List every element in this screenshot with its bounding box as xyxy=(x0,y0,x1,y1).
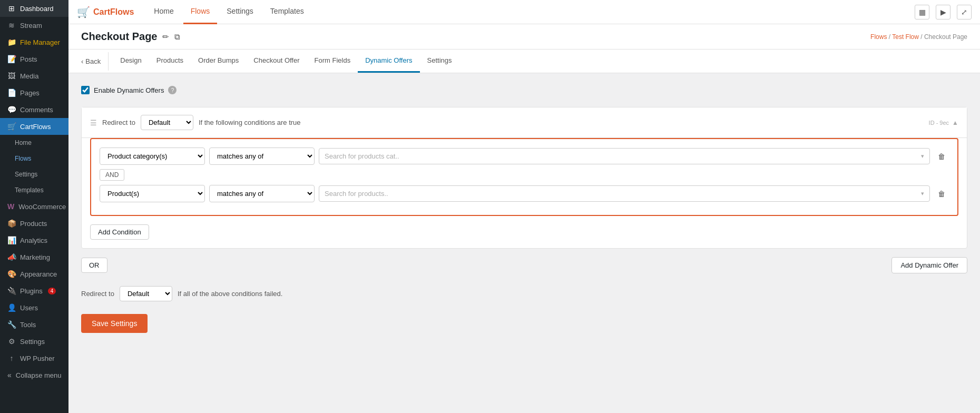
rule-field-select-2[interactable]: Product(s) xyxy=(100,185,205,202)
sidebar-item-label: Settings xyxy=(20,338,45,346)
delete-rule-1-button[interactable]: 🗑 xyxy=(934,149,949,164)
cf-logo-icon: 🛒 xyxy=(77,6,90,18)
main-area: 🛒 CartFlows Home Flows Settings Template… xyxy=(68,0,980,413)
rule-row-1: Product category(s) matches any of Searc… xyxy=(100,148,949,165)
sidebar-item-wp-pusher[interactable]: ↑ WP Pusher xyxy=(0,350,68,367)
breadcrumb-sep2: / xyxy=(919,33,924,41)
analytics-icon: 📊 xyxy=(7,236,16,244)
sidebar-item-plugins[interactable]: 🔌 Plugins 4 xyxy=(0,282,68,299)
enable-row: Enable Dynamic Offers ? xyxy=(81,86,967,94)
page-header: Checkout Page ✏ ⧉ Flows / Test Flow / Ch… xyxy=(68,24,980,50)
collapse-button[interactable]: ▲ xyxy=(952,119,958,126)
plugins-icon: 🔌 xyxy=(7,287,16,295)
sidebar-item-label: Settings xyxy=(15,171,37,178)
sidebar-item-settings-wp[interactable]: ⚙ Settings xyxy=(0,333,68,350)
sidebar-item-label: WP Pusher xyxy=(20,355,55,362)
help-icon[interactable]: ? xyxy=(168,86,177,94)
sidebar-item-home[interactable]: Home xyxy=(0,135,68,151)
breadcrumb-test-flow[interactable]: Test Flow xyxy=(892,33,919,41)
expand-icon-btn[interactable]: ⤢ xyxy=(957,5,972,19)
breadcrumb-flows[interactable]: Flows xyxy=(870,33,887,41)
id-text: ID - 9ec xyxy=(929,120,949,126)
sidebar-item-label: Home xyxy=(15,139,32,146)
delete-rule-2-button[interactable]: 🗑 xyxy=(934,186,949,201)
tab-order-bumps[interactable]: Order Bumps xyxy=(191,50,246,73)
sidebar-item-label: Marketing xyxy=(20,253,50,261)
chevron-down-icon-1: ▾ xyxy=(921,153,924,160)
tab-dynamic-offers[interactable]: Dynamic Offers xyxy=(358,50,419,73)
sidebar-item-analytics[interactable]: 📊 Analytics xyxy=(0,232,68,249)
back-label: Back xyxy=(85,57,101,65)
collapse-icon: « xyxy=(7,371,12,379)
sidebar-item-label: Collapse menu xyxy=(16,371,62,379)
pages-icon: 📄 xyxy=(7,88,16,97)
grid-icon-btn[interactable]: ▦ xyxy=(915,5,929,19)
tab-products[interactable]: Products xyxy=(149,50,191,73)
enable-checkbox[interactable] xyxy=(81,86,90,94)
tab-settings[interactable]: Settings xyxy=(420,50,459,73)
sidebar-item-stream[interactable]: ≋ Stream xyxy=(0,17,68,34)
media-icon: 🖼 xyxy=(7,72,16,80)
rule-operator-select-2[interactable]: matches any of xyxy=(209,185,315,202)
cf-nav-icons: ▦ ▶ ⤢ xyxy=(915,5,972,19)
sidebar-item-appearance[interactable]: 🎨 Appearance xyxy=(0,266,68,282)
external-link-icon[interactable]: ⧉ xyxy=(174,32,180,42)
wp-sidebar: ⊞ Dashboard ≋ Stream 📁 File Manager 📝 Po… xyxy=(0,0,68,413)
sidebar-item-tools[interactable]: 🔧 Tools xyxy=(0,316,68,333)
sidebar-item-media[interactable]: 🖼 Media xyxy=(0,67,68,84)
sidebar-item-templates[interactable]: Templates xyxy=(0,182,68,198)
cf-nav-home[interactable]: Home xyxy=(146,0,181,24)
fallback-select[interactable]: Default xyxy=(120,286,172,301)
tools-icon: 🔧 xyxy=(7,320,16,329)
edit-icon[interactable]: ✏ xyxy=(162,32,169,42)
or-row: OR Add Dynamic Offer xyxy=(81,257,967,273)
condition-rules-box: Product category(s) matches any of Searc… xyxy=(90,138,958,216)
conditions-label: If the following conditions are true xyxy=(199,119,301,126)
sidebar-item-settings-cf[interactable]: Settings xyxy=(0,166,68,182)
sidebar-item-flows[interactable]: Flows xyxy=(0,151,68,166)
enable-label[interactable]: Enable Dynamic Offers xyxy=(94,86,164,94)
settings-icon: ⚙ xyxy=(7,337,16,346)
sidebar-item-posts[interactable]: 📝 Posts xyxy=(0,51,68,67)
cf-nav-flows[interactable]: Flows xyxy=(183,0,218,24)
redirect-select[interactable]: Default xyxy=(141,115,193,130)
posts-icon: 📝 xyxy=(7,55,16,63)
tab-design[interactable]: Design xyxy=(113,50,149,73)
sidebar-item-label: Posts xyxy=(20,55,37,63)
tab-checkout-offer[interactable]: Checkout Offer xyxy=(246,50,307,73)
rule-field-select-1[interactable]: Product category(s) xyxy=(100,148,205,165)
video-icon-btn[interactable]: ▶ xyxy=(936,5,950,19)
or-button[interactable]: OR xyxy=(81,258,107,273)
sidebar-item-products[interactable]: 📦 Products xyxy=(0,215,68,232)
sidebar-item-users[interactable]: 👤 Users xyxy=(0,299,68,316)
cf-nav-templates[interactable]: Templates xyxy=(263,0,311,24)
sidebar-item-file-manager[interactable]: 📁 File Manager xyxy=(0,34,68,51)
sidebar-item-woocommerce[interactable]: W WooCommerce xyxy=(0,198,68,215)
drag-handle-icon[interactable]: ☰ xyxy=(90,119,97,127)
sidebar-item-label: Tools xyxy=(20,321,36,329)
add-condition-button[interactable]: Add Condition xyxy=(90,224,149,240)
rule-search-1[interactable]: Search for products cat.. ▾ xyxy=(319,148,930,164)
tab-form-fields[interactable]: Form Fields xyxy=(307,50,358,73)
rule-operator-select-1[interactable]: matches any of xyxy=(209,148,315,165)
sidebar-item-cartflows[interactable]: 🛒 CartFlows xyxy=(0,118,68,135)
fallback-row: Redirect to Default If all of the above … xyxy=(81,286,967,301)
sidebar-item-pages[interactable]: 📄 Pages xyxy=(0,84,68,101)
back-button[interactable]: ‹ Back xyxy=(81,52,109,71)
sidebar-item-dashboard[interactable]: ⊞ Dashboard xyxy=(0,0,68,17)
sidebar-item-marketing[interactable]: 📣 Marketing xyxy=(0,249,68,266)
file-manager-icon: 📁 xyxy=(7,38,16,46)
sidebar-item-label: Users xyxy=(20,304,38,312)
rule-search-2[interactable]: Search for products.. ▾ xyxy=(319,185,930,202)
add-dynamic-offer-button[interactable]: Add Dynamic Offer xyxy=(891,257,967,273)
plugins-badge: 4 xyxy=(48,288,56,294)
save-settings-button[interactable]: Save Settings xyxy=(81,314,148,333)
video-icon: ▶ xyxy=(940,8,946,16)
grid-icon: ▦ xyxy=(919,8,926,16)
sidebar-item-comments[interactable]: 💬 Comments xyxy=(0,101,68,118)
sidebar-item-label: Pages xyxy=(20,89,40,97)
sidebar-item-label: Media xyxy=(20,72,38,80)
sidebar-item-collapse[interactable]: « Collapse menu xyxy=(0,367,68,384)
cf-nav-settings[interactable]: Settings xyxy=(219,0,261,24)
expand-icon: ⤢ xyxy=(961,8,967,16)
